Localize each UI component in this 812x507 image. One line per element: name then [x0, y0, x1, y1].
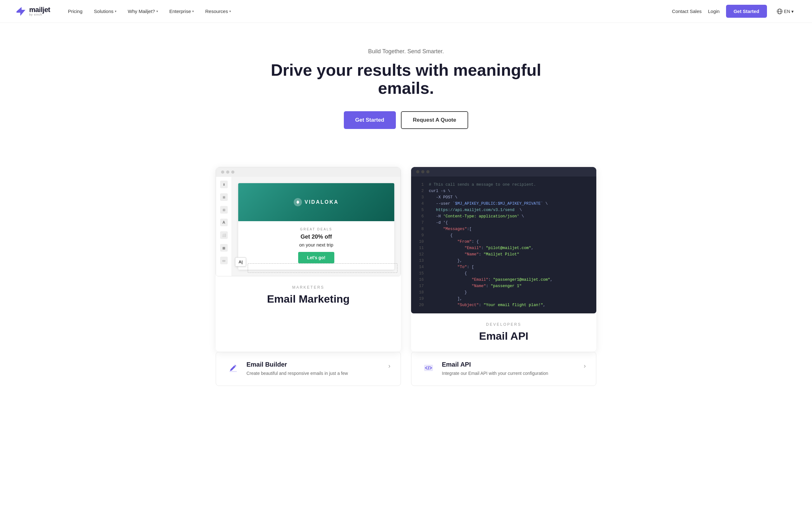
editor-screenshot: ⬇ ⊞ ⊟ A ⬜ ▦ ▭: [216, 167, 401, 276]
code-line: 15 {: [417, 270, 590, 277]
email-api-card: 1# This call sends a message to one reci…: [411, 167, 596, 352]
code-line: 3 -X POST \: [417, 194, 590, 201]
email-builder-icon-wrapper: [226, 361, 240, 375]
feature-cards: ⬇ ⊞ ⊟ A ⬜ ▦ ▭: [184, 167, 628, 352]
email-api-box-desc: Integrate our Email API with your curren…: [442, 370, 577, 377]
code-dot-3: [426, 170, 429, 173]
svg-marker-0: [16, 7, 26, 16]
contact-sales-link[interactable]: Contact Sales: [672, 9, 702, 14]
email-api-box-title: Email API: [442, 361, 577, 368]
email-builder-desc: Create beautiful and responsive emails i…: [247, 370, 382, 377]
vidaloka-name: VIDALOKA: [305, 199, 339, 205]
code-line: 9 {: [417, 232, 590, 239]
code-icon: [423, 362, 434, 374]
nav-why-mailjet[interactable]: Why Mailjet? ▾: [123, 6, 163, 16]
email-promo-title: Get 20% off: [245, 233, 388, 240]
nav-resources[interactable]: Resources ▾: [200, 6, 236, 16]
code-line: 19 ],: [417, 296, 590, 302]
arrow-right-icon: ›: [583, 361, 586, 370]
code-line: 11 "Email": "pilot@mailjet.com",: [417, 245, 590, 251]
code-line: 17 "Name": "passenger 1": [417, 283, 590, 289]
editor-icon-widget[interactable]: ▭: [220, 257, 228, 264]
hero-buttons: Get Started Request A Quote: [15, 111, 797, 129]
nav-get-started-button[interactable]: Get Started: [726, 5, 767, 18]
email-api-box[interactable]: Email API Integrate our Email API with y…: [411, 352, 596, 386]
code-screenshot: 1# This call sends a message to one reci…: [411, 167, 596, 314]
editor-icon-1[interactable]: ⬇: [220, 181, 228, 188]
email-promo-sub: on your next trip: [245, 242, 388, 247]
brand-name: mailjet: [29, 6, 50, 13]
code-line: 6 -H 'Content-Type: application/json' \: [417, 213, 590, 220]
editor-icon-2[interactable]: ⊞: [220, 193, 228, 201]
text-cursor-box: A|: [235, 257, 246, 267]
nav-solutions[interactable]: Solutions ▾: [89, 6, 121, 16]
feature-boxes: Email Builder Create beautiful and respo…: [184, 352, 628, 405]
vidaloka-icon: [294, 198, 302, 206]
code-line: 13 },: [417, 258, 590, 264]
email-builder-box[interactable]: Email Builder Create beautiful and respo…: [216, 352, 401, 386]
email-preview: VIDALOKA GREAT DEALS Get 20% off on your…: [238, 183, 394, 270]
chevron-down-icon: ▾: [792, 9, 794, 14]
editor-icon-3[interactable]: ⊟: [220, 206, 228, 214]
window-dot-2: [226, 170, 229, 174]
nav-pricing[interactable]: Pricing: [63, 6, 88, 16]
window-dot-1: [221, 170, 224, 174]
editor-layout: ⬇ ⊞ ⊟ A ⬜ ▦ ▭: [216, 177, 401, 276]
email-builder-text: Email Builder Create beautiful and respo…: [247, 361, 382, 377]
hero-tagline: Build Together. Send Smarter.: [15, 48, 797, 55]
lang-label: EN: [784, 9, 790, 14]
email-promo-label: GREAT DEALS: [245, 228, 388, 231]
chevron-down-icon: ▾: [229, 9, 231, 13]
navbar: mailjet by sinch Pricing Solutions ▾ Why…: [0, 0, 812, 23]
code-line: 1# This call sends a message to one reci…: [417, 181, 590, 188]
logo[interactable]: mailjet by sinch: [15, 6, 50, 17]
editor-sidebar: ⬇ ⊞ ⊟ A ⬜ ▦ ▭: [216, 177, 232, 276]
code-line: 8 "Messages":[: [417, 226, 590, 232]
code-line: 12 "Name": "Mailjet Pilot": [417, 251, 590, 258]
nav-enterprise[interactable]: Enterprise ▾: [164, 6, 199, 16]
chevron-down-icon: ▾: [156, 9, 158, 13]
email-marketing-card: ⬇ ⊞ ⊟ A ⬜ ▦ ▭: [216, 167, 401, 352]
hero-title: Drive your results with meaningful email…: [263, 61, 549, 97]
language-switcher[interactable]: EN ▾: [773, 6, 797, 16]
hero-request-quote-button[interactable]: Request A Quote: [401, 111, 468, 129]
brand-sub: by sinch: [29, 13, 50, 16]
nav-links: Pricing Solutions ▾ Why Mailjet? ▾ Enter…: [63, 6, 672, 16]
code-line: 7 -d '{: [417, 220, 590, 226]
code-line: 16 "Email": "passenger1@mailjet.com",: [417, 277, 590, 283]
nav-right: Contact Sales Login Get Started EN ▾: [672, 5, 797, 18]
window-title-bar: [216, 167, 401, 177]
code-dot-1: [416, 170, 419, 173]
chevron-down-icon: ▾: [115, 9, 116, 13]
email-api-text: Email API Integrate our Email API with y…: [442, 361, 577, 377]
code-content: 1# This call sends a message to one reci…: [411, 176, 596, 314]
email-body: GREAT DEALS Get 20% off on your next tri…: [238, 221, 394, 270]
globe-icon: [776, 8, 783, 14]
email-api-icon-wrapper: [421, 361, 436, 375]
editor-icon-block[interactable]: ▦: [220, 244, 228, 251]
dashed-selection: [248, 263, 397, 273]
code-dot-2: [421, 170, 424, 173]
code-line: 18 }: [417, 289, 590, 296]
email-cta-button[interactable]: Let's go!: [298, 252, 334, 263]
editor-icon-text[interactable]: A: [220, 219, 228, 226]
email-header: VIDALOKA: [238, 183, 394, 221]
card-email-api-title: Email API: [411, 327, 596, 352]
svg-rect-5: [229, 371, 237, 372]
editor-icon-image[interactable]: ⬜: [220, 231, 228, 239]
hero-section: Build Together. Send Smarter. Drive your…: [0, 23, 812, 167]
login-link[interactable]: Login: [708, 9, 720, 14]
code-line: 4 --user `$MJ_APIKEY_PUBLIC:$MJ_APIKEY_P…: [417, 201, 590, 207]
code-line: 14 "To": [: [417, 264, 590, 270]
vidaloka-logo: VIDALOKA: [294, 198, 339, 206]
mailjet-logo-icon: [15, 6, 27, 17]
code-line: 20 "Subject": "Your email flight plan!",: [417, 302, 590, 308]
code-line: 5 https://api.mailjet.com/v3.1/send \: [417, 207, 590, 213]
hero-get-started-button[interactable]: Get Started: [344, 111, 396, 129]
window-dot-3: [231, 170, 235, 174]
email-builder-title: Email Builder: [247, 361, 382, 368]
editor-canvas: VIDALOKA GREAT DEALS Get 20% off on your…: [232, 177, 401, 276]
code-line: 2curl -s \: [417, 188, 590, 194]
pencil-icon: [227, 362, 239, 374]
card-email-marketing-title: Email Marketing: [216, 290, 401, 315]
